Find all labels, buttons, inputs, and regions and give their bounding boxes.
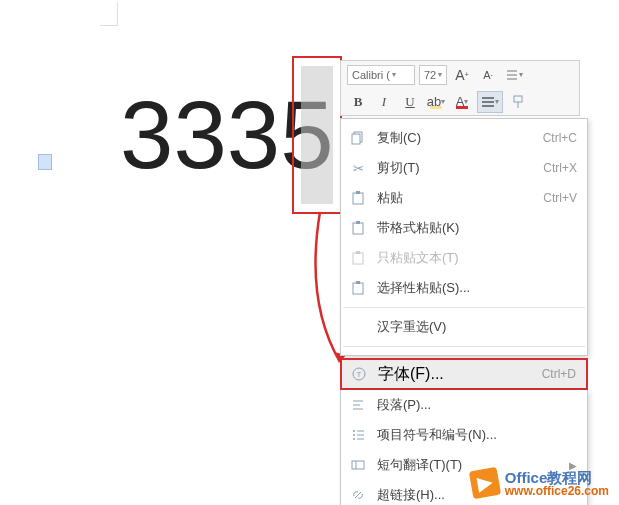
svg-rect-6	[356, 221, 360, 224]
menu-separator	[343, 307, 585, 308]
menu-cut-label: 剪切(T)	[377, 159, 533, 177]
chevron-down-icon: ▾	[441, 97, 445, 106]
italic-button[interactable]: I	[373, 91, 395, 113]
svg-rect-16	[352, 461, 364, 469]
menu-paste-label: 粘贴	[377, 189, 533, 207]
format-painter-button[interactable]	[507, 91, 529, 113]
alignment-button[interactable]: ▾	[477, 91, 503, 113]
svg-text:T: T	[357, 370, 362, 379]
menu-copy-shortcut: Ctrl+C	[543, 131, 577, 145]
menu-paste-format-label: 带格式粘贴(K)	[377, 219, 577, 237]
shrink-font-button[interactable]: A-	[477, 64, 499, 86]
svg-point-13	[353, 430, 355, 432]
annotation-selection-box	[292, 56, 342, 214]
watermark-url: www.office26.com	[505, 485, 609, 497]
watermark: ▶ Office教程网 www.office26.com	[471, 469, 609, 497]
svg-rect-4	[356, 191, 360, 194]
menu-paragraph-label: 段落(P)...	[377, 396, 577, 414]
menu-reselect-hanzi[interactable]: 汉字重选(V)	[341, 312, 587, 342]
menu-paste-shortcut: Ctrl+V	[543, 191, 577, 205]
svg-rect-3	[353, 193, 363, 204]
menu-paragraph[interactable]: 段落(P)...	[341, 390, 587, 420]
menu-cut-shortcut: Ctrl+X	[543, 161, 577, 175]
chevron-down-icon: ▾	[519, 70, 523, 79]
bold-button[interactable]: B	[347, 91, 369, 113]
svg-point-14	[353, 434, 355, 436]
copy-icon	[349, 129, 367, 147]
clipboard-icon	[349, 189, 367, 207]
clipboard-text-icon	[349, 249, 367, 267]
menu-paste-special[interactable]: 选择性粘贴(S)...	[341, 273, 587, 303]
menu-cut[interactable]: ✂ 剪切(T) Ctrl+X	[341, 153, 587, 183]
svg-rect-10	[356, 281, 360, 284]
font-color-button[interactable]: A▾	[451, 91, 473, 113]
clipboard-special-icon	[349, 279, 367, 297]
text-selection-highlight	[301, 66, 333, 204]
menu-copy-label: 复制(C)	[377, 129, 533, 147]
svg-rect-7	[353, 253, 363, 264]
blank-icon	[349, 318, 367, 336]
chevron-down-icon: ▾	[464, 97, 468, 106]
svg-rect-2	[352, 134, 360, 144]
mini-toolbar: Calibri (▾ 72▾ A+ A- ▾ B I U ab▾ A▾ ▾	[340, 60, 580, 116]
menu-font-shortcut: Ctrl+D	[542, 367, 576, 381]
menu-reselect-label: 汉字重选(V)	[377, 318, 577, 336]
menu-bullets-label: 项目符号和编号(N)...	[377, 426, 577, 444]
font-size-selector[interactable]: 72▾	[419, 65, 447, 85]
underline-button[interactable]: U	[399, 91, 421, 113]
highlight-button[interactable]: ab▾	[425, 91, 447, 113]
menu-font-label: 字体(F)...	[378, 364, 542, 385]
svg-point-15	[353, 438, 355, 440]
menu-paste[interactable]: 粘贴 Ctrl+V	[341, 183, 587, 213]
menu-paste-special-label: 选择性粘贴(S)...	[377, 279, 577, 297]
format-painter-icon	[511, 95, 525, 109]
line-spacing-icon	[505, 68, 519, 82]
svg-rect-9	[353, 283, 363, 294]
bullets-icon	[349, 426, 367, 444]
menu-paste-format[interactable]: 带格式粘贴(K)	[341, 213, 587, 243]
svg-rect-5	[353, 223, 363, 234]
font-family-label: Calibri (	[352, 69, 390, 81]
context-menu: 复制(C) Ctrl+C ✂ 剪切(T) Ctrl+X 粘贴 Ctrl+V 带格…	[340, 118, 588, 356]
svg-rect-8	[356, 251, 360, 254]
menu-bullets[interactable]: 项目符号和编号(N)...	[341, 420, 587, 450]
watermark-logo-icon: ▶	[469, 467, 501, 499]
chevron-down-icon: ▾	[392, 70, 396, 79]
menu-paste-text: 只粘贴文本(T)	[341, 243, 587, 273]
clipboard-format-icon	[349, 219, 367, 237]
menu-separator	[343, 346, 585, 347]
scissors-icon: ✂	[349, 159, 367, 177]
menu-font-highlighted[interactable]: T 字体(F)... Ctrl+D	[340, 358, 588, 390]
font-size-label: 72	[424, 69, 436, 81]
line-spacing-button[interactable]: ▾	[503, 64, 525, 86]
paragraph-icon	[349, 396, 367, 414]
translate-icon	[349, 456, 367, 474]
chevron-down-icon: ▾	[495, 97, 499, 106]
page-corner	[100, 2, 118, 26]
watermark-brand: Office教程网	[505, 470, 609, 485]
hyperlink-icon	[349, 486, 367, 504]
menu-copy[interactable]: 复制(C) Ctrl+C	[341, 123, 587, 153]
align-justify-icon	[481, 96, 495, 108]
chevron-down-icon: ▾	[438, 70, 442, 79]
page-thumbnail-icon	[38, 154, 52, 170]
menu-paste-text-label: 只粘贴文本(T)	[377, 249, 577, 267]
font-family-selector[interactable]: Calibri (▾	[347, 65, 415, 85]
svg-rect-0	[514, 96, 522, 102]
grow-font-button[interactable]: A+	[451, 64, 473, 86]
font-dialog-icon: T	[350, 365, 368, 383]
